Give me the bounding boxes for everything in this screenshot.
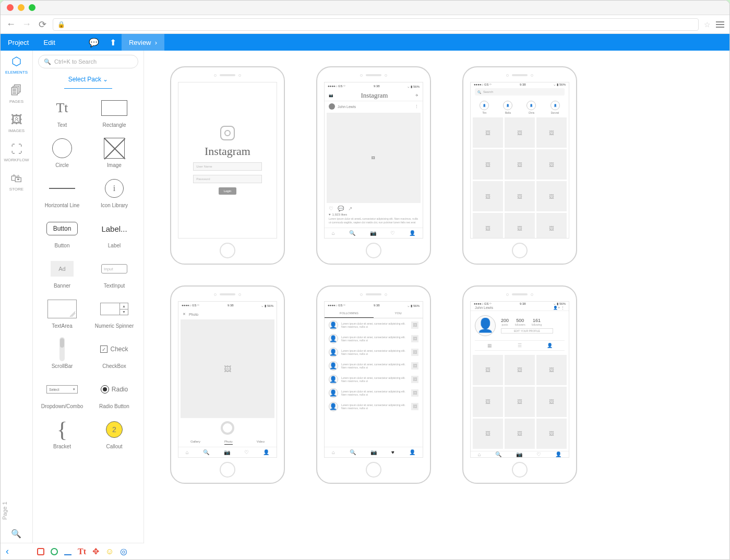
share-icon[interactable]: ↗ [348,206,352,211]
story-avatar[interactable]: 👤Tim [480,101,489,114]
tab-search-icon[interactable]: 🔍 [203,449,209,455]
rail-elements[interactable]: ⬡ ELEMENTS [5,55,28,75]
rail-store[interactable]: 🛍 STORE [9,172,23,192]
tab-home-icon[interactable]: ⌂ [186,449,189,455]
close-window-icon[interactable] [7,4,14,11]
element-circle[interactable]: Circle [36,133,88,171]
mockup-activity[interactable]: ●●●●○ GS⌔9:38⌵▮ 56% FOLLOWING YOU 👤Lorem… [316,285,431,484]
heart-icon[interactable]: ♡ [329,206,333,211]
search-input[interactable]: 🔍 Ctrl+K to Search [38,55,138,68]
element-check[interactable]: ✓CheckCheckBox [88,334,140,372]
tool-target-icon[interactable]: ◎ [120,546,127,556]
activity-item[interactable]: 👤Lorem ipsum dolor sit amet, consectetur… [325,386,423,400]
tab-heart-icon[interactable]: ♡ [536,451,541,457]
tab-search-icon[interactable]: 🔍 [350,449,356,455]
camera-tab-gallery[interactable]: Gallery [190,440,200,445]
grid-image[interactable]: 🖼 [505,181,535,211]
grid-image[interactable]: 🖼 [473,419,503,449]
activity-item[interactable]: 👤Lorem ipsum dolor sit amet, consectetur… [325,318,423,332]
username-field[interactable]: User Name [193,162,262,171]
rail-pages[interactable]: 🗐 PAGES [9,84,23,104]
mockup-camera[interactable]: ●●●●○ GS⌔9:38⌵▮ 56% ✕Photo 🖼 Gallery Pho… [170,285,285,484]
element-rect[interactable]: Rectangle [88,93,140,131]
grid-image[interactable]: 🖼 [536,117,567,148]
url-bar[interactable]: 🔒 [53,18,699,31]
grid-image[interactable]: 🖼 [505,149,535,180]
export-icon[interactable]: ⬆ [104,38,122,47]
mockup-profile[interactable]: ●●●●○ GS⌔9:38⌵▮ 56% John Lewis 👤+ ⋮ 👤 20… [462,285,577,484]
grid-image[interactable]: 🖼 [505,213,535,239]
element-text[interactable]: TtText [36,93,88,131]
grid-image[interactable]: 🖼 [536,419,567,449]
tab-you[interactable]: YOU [374,309,423,318]
comment-icon[interactable]: 💬 [338,206,344,211]
camera-icon[interactable]: 📷 [329,93,333,98]
explore-search-input[interactable]: 🔍Search [475,88,565,96]
grid-image[interactable]: 🖼 [536,387,567,417]
tab-heart-icon[interactable]: ♡ [390,230,395,236]
activity-item[interactable]: 👤Lorem ipsum dolor sit amet, consectetur… [325,345,423,359]
grid-image[interactable]: 🖼 [536,213,567,239]
send-icon[interactable]: ✈ [415,93,418,98]
maximize-window-icon[interactable] [29,4,35,11]
tab-home-icon[interactable]: ⌂ [332,230,335,236]
shutter-button[interactable] [221,421,234,435]
tab-following[interactable]: FOLLOWING [325,309,374,318]
tool-emoji-icon[interactable]: ☺ [105,547,114,556]
tab-camera-icon[interactable]: 📷 [370,449,377,455]
tab-search-icon[interactable]: 🔍 [349,230,355,236]
more-icon[interactable]: ⋮ [561,306,565,309]
comment-icon[interactable]: 💬 [83,38,104,47]
tab-profile-icon[interactable]: 👤 [409,230,415,236]
tab-home-icon[interactable]: ⌂ [478,451,481,457]
grid-image[interactable]: 🖼 [536,149,567,180]
grid-image[interactable]: 🖼 [505,387,535,417]
tool-rect-icon[interactable] [37,548,44,555]
zoom-in-icon[interactable]: 🔍 [11,529,21,539]
more-icon[interactable]: ⋮ [415,104,418,109]
hamburger-menu-icon[interactable] [716,21,724,28]
element-button[interactable]: ButtonButton [36,213,88,252]
tab-review[interactable]: Review › [122,34,164,51]
camera-tab-photo[interactable]: Photo [224,440,233,445]
edit-profile-button[interactable]: EDIT YOUR PROFILE [501,328,553,333]
mockup-explore[interactable]: ●●●●○ GS⌔9:38⌵▮ 56% 🔍Search 👤Tim👤Bella👤C… [462,66,577,265]
menu-edit[interactable]: Edit [36,34,62,51]
tab-profile-icon[interactable]: 👤 [555,451,561,457]
element-hline[interactable]: Horizontal Line [36,173,88,211]
tab-profile-icon[interactable]: 👤 [409,449,415,455]
tool-circle-icon[interactable] [51,548,58,555]
grid-image[interactable]: 🖼 [536,181,567,211]
element-dropdown[interactable]: Select▾Dropdown/Combo [36,374,88,412]
select-pack-dropdown[interactable]: Select Pack ⌄ [64,73,112,89]
mockup-login[interactable]: Instagram User Name Password Login [170,66,285,265]
rail-images[interactable]: 🖼 IMAGES [8,113,25,133]
password-field[interactable]: Password [193,175,262,183]
grid-image[interactable]: 🖼 [473,181,503,211]
menu-project[interactable]: Project [1,34,36,51]
add-user-icon[interactable]: 👤+ [553,306,560,309]
element-scroll[interactable]: ScrollBar [36,334,88,372]
camera-tab-video[interactable]: Video [257,440,265,445]
grid-image[interactable]: 🖼 [505,419,535,449]
tab-camera-icon[interactable]: 📷 [370,230,376,236]
chevron-left-icon[interactable]: ‹ [6,546,9,557]
tool-text-icon[interactable]: Tt [78,547,86,556]
back-icon[interactable]: ← [6,19,16,30]
close-icon[interactable]: ✕ [183,312,186,316]
story-avatar[interactable]: 👤Chris [526,101,536,114]
activity-item[interactable]: 👤Lorem ipsum dolor sit amet, consectetur… [325,400,423,413]
element-label[interactable]: Label...Label [88,213,140,252]
tab-heart-icon[interactable]: ♥ [391,449,394,455]
grid-image[interactable]: 🖼 [473,117,503,148]
story-avatar[interactable]: 👤Denzel [551,101,560,114]
story-avatar[interactable]: 👤Bella [503,101,512,114]
element-image[interactable]: Image [88,133,140,171]
activity-item[interactable]: 👤Lorem ipsum dolor sit amet, consectetur… [325,332,423,345]
element-callout[interactable]: 2Callout [88,414,140,452]
design-canvas[interactable]: Instagram User Name Password Login ●●●●○… [144,51,729,559]
tool-line-icon[interactable] [64,548,71,555]
grid-image[interactable]: 🖼 [473,213,503,239]
tab-search-icon[interactable]: 🔍 [495,451,501,457]
activity-item[interactable]: 👤Lorem ipsum dolor sit amet, consectetur… [325,373,423,386]
